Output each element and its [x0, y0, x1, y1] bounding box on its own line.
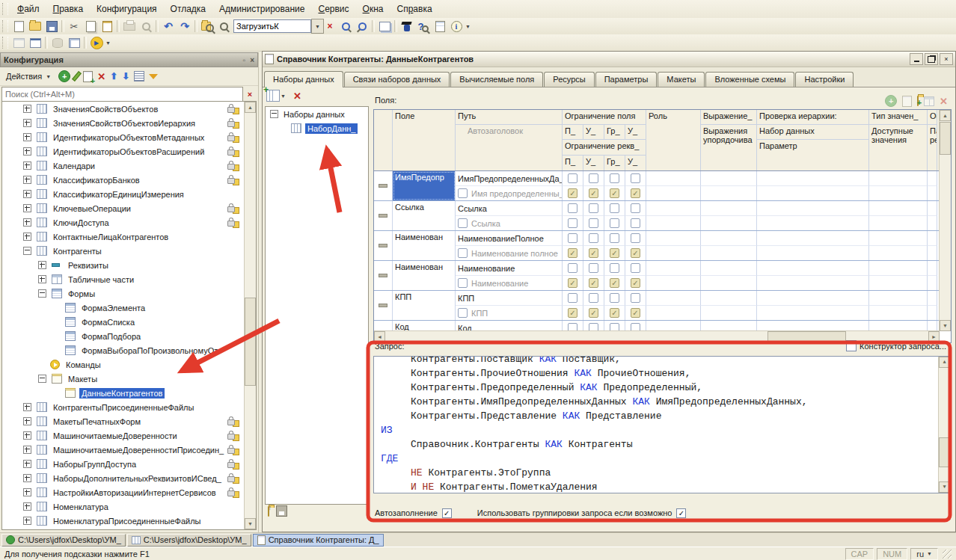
- empty-cell[interactable]: [928, 185, 937, 200]
- restriction-checkbox[interactable]: [583, 231, 604, 245]
- empty-cell[interactable]: [869, 215, 928, 230]
- expand-icon[interactable]: [23, 446, 31, 454]
- taskbar-window-config[interactable]: C:\Users\jdfox\Desktop\УМ_: [1, 534, 126, 547]
- actions-menu-button[interactable]: Действия ▼: [3, 70, 54, 82]
- field-path-cell[interactable]: НаименованиеПолное: [456, 231, 563, 245]
- empty-cell[interactable]: [928, 305, 937, 320]
- restore-icon[interactable]: [925, 53, 938, 65]
- empty-cell[interactable]: [869, 245, 928, 260]
- language-indicator[interactable]: ru ▼: [910, 548, 938, 560]
- info-icon[interactable]: i: [448, 19, 465, 34]
- field-name-cell[interactable]: Ссылка: [393, 201, 456, 230]
- sort-list-icon[interactable]: [134, 71, 144, 81]
- scrollbar-thumb[interactable]: [939, 437, 950, 467]
- autotitle-checkbox[interactable]: [458, 218, 468, 228]
- tree-item[interactable]: КлассификаторБанков: [2, 173, 256, 187]
- tab-Макеты[interactable]: Макеты: [658, 72, 705, 87]
- empty-cell[interactable]: [869, 305, 928, 320]
- restriction-checkbox[interactable]: [583, 321, 604, 331]
- scroll-down-icon[interactable]: ▼: [940, 320, 951, 331]
- expand-icon[interactable]: [23, 403, 31, 411]
- tree-item[interactable]: ДанныеКонтрагентов: [2, 386, 256, 400]
- empty-cell[interactable]: [928, 291, 937, 305]
- restriction-attr-checkbox[interactable]: ✓: [583, 275, 604, 290]
- toolbar-grip[interactable]: [2, 3, 8, 15]
- empty-cell[interactable]: [646, 231, 701, 245]
- toolbar-overflow-icon[interactable]: ▼: [105, 40, 111, 46]
- field-autotitle-cell[interactable]: Наименование: [456, 275, 563, 290]
- empty-cell[interactable]: [869, 201, 928, 215]
- tab-Ресурсы[interactable]: Ресурсы: [544, 72, 594, 87]
- empty-cell[interactable]: [757, 201, 869, 215]
- restriction-attr-checkbox[interactable]: ✓: [625, 245, 646, 260]
- empty-cell[interactable]: [701, 231, 757, 245]
- expand-icon[interactable]: [23, 417, 31, 425]
- expand-icon[interactable]: [23, 176, 31, 184]
- filter-icon[interactable]: [149, 74, 158, 79]
- empty-cell[interactable]: [928, 215, 937, 230]
- expand-icon[interactable]: [23, 488, 31, 496]
- expand-icon[interactable]: [38, 375, 46, 383]
- template-doc-icon[interactable]: [432, 19, 448, 34]
- restriction-attr-checkbox[interactable]: ✓: [625, 185, 646, 200]
- expand-icon[interactable]: [23, 105, 31, 113]
- cut-icon[interactable]: ✂: [66, 19, 82, 34]
- empty-cell[interactable]: [646, 321, 701, 331]
- restriction-checkbox[interactable]: [625, 291, 646, 305]
- tree-item[interactable]: Табличные части: [2, 272, 256, 286]
- empty-cell[interactable]: [869, 171, 928, 185]
- tree-item[interactable]: ЗначенияСвойствОбъектов: [2, 102, 256, 116]
- restriction-attr-checkbox[interactable]: ✓: [625, 275, 646, 290]
- tree-item[interactable]: КонтрагентыПрисоединенныеФайлы: [2, 400, 256, 414]
- tree-item[interactable]: Реквизиты: [2, 258, 256, 272]
- autotitle-checkbox[interactable]: [458, 248, 468, 258]
- field-autotitle-cell[interactable]: КПП: [456, 305, 563, 320]
- restriction-attr-checkbox[interactable]: ✓: [563, 305, 583, 320]
- empty-cell[interactable]: [757, 291, 869, 305]
- tree-item[interactable]: ФормаПодбора: [2, 329, 256, 343]
- add-field-icon[interactable]: +: [885, 95, 897, 107]
- empty-cell[interactable]: [757, 185, 869, 200]
- restriction-checkbox[interactable]: [563, 291, 583, 305]
- restriction-attr-checkbox[interactable]: ✓: [563, 275, 583, 290]
- empty-cell[interactable]: [701, 291, 757, 305]
- restriction-attr-checkbox[interactable]: ✓: [563, 245, 583, 260]
- restriction-checkbox[interactable]: [604, 201, 625, 215]
- tree-item[interactable]: Номенклатура: [2, 499, 256, 514]
- restriction-attr-checkbox[interactable]: ✓: [583, 185, 604, 200]
- tree-item[interactable]: ФормаСписка: [2, 315, 256, 329]
- add-table-icon[interactable]: [924, 96, 934, 106]
- autofill-checkbox[interactable]: ✓: [442, 508, 452, 518]
- tree-item[interactable]: НаборыДополнительныхРеквизитовИСвед_: [2, 471, 256, 485]
- expand-icon[interactable]: [23, 502, 31, 511]
- clear-search-icon[interactable]: ×: [324, 19, 336, 33]
- query-constructor-link[interactable]: Конструктор запроса...: [846, 340, 946, 351]
- fields-vertical-scrollbar[interactable]: ▲ ▼: [939, 110, 951, 331]
- search-input[interactable]: [233, 19, 311, 33]
- restriction-attr-checkbox[interactable]: ✓: [563, 185, 583, 200]
- new-file-icon[interactable]: [10, 19, 27, 34]
- row-grip[interactable]: [374, 261, 393, 290]
- minimize-icon[interactable]: [910, 53, 923, 65]
- restriction-checkbox[interactable]: [625, 261, 646, 275]
- datasets-root-item[interactable]: Наборы данных: [266, 107, 368, 121]
- scroll-up-icon[interactable]: ▲: [245, 102, 256, 113]
- empty-cell[interactable]: [928, 231, 937, 245]
- tree-item[interactable]: ФормаВыбораПоПроизвольномуОт: [2, 343, 256, 357]
- dataset-item[interactable]: НаборДанн_: [266, 121, 368, 135]
- empty-cell[interactable]: [757, 321, 869, 331]
- restriction-checkbox[interactable]: [625, 231, 646, 245]
- save-icon[interactable]: [43, 19, 60, 34]
- tree-item[interactable]: ЗначенияСвойствОбъектовИерархия: [2, 116, 256, 130]
- field-path-cell[interactable]: ИмяПредопределенныхДа_: [456, 171, 563, 185]
- field-row[interactable]: НаименованНаименованиеНаименование✓✓✓✓: [374, 261, 940, 291]
- empty-cell[interactable]: [869, 275, 928, 290]
- empty-cell[interactable]: [869, 321, 928, 331]
- field-name-cell[interactable]: КПП: [393, 291, 456, 320]
- delete-dataset-icon[interactable]: ✕: [293, 90, 301, 102]
- field-path-cell[interactable]: Ссылка: [456, 201, 563, 215]
- field-path-cell[interactable]: Наименование: [456, 261, 563, 275]
- restriction-attr-checkbox[interactable]: ✓: [625, 305, 646, 320]
- query-vertical-scrollbar[interactable]: ▲ ▼: [938, 357, 950, 493]
- field-name-cell[interactable]: Наименован: [393, 231, 456, 260]
